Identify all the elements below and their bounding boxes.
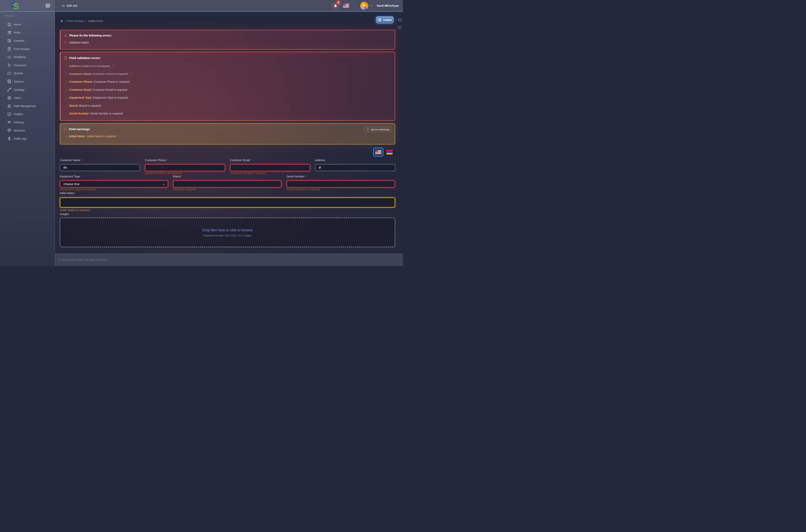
svg-text:S: S [13, 1, 19, 10]
